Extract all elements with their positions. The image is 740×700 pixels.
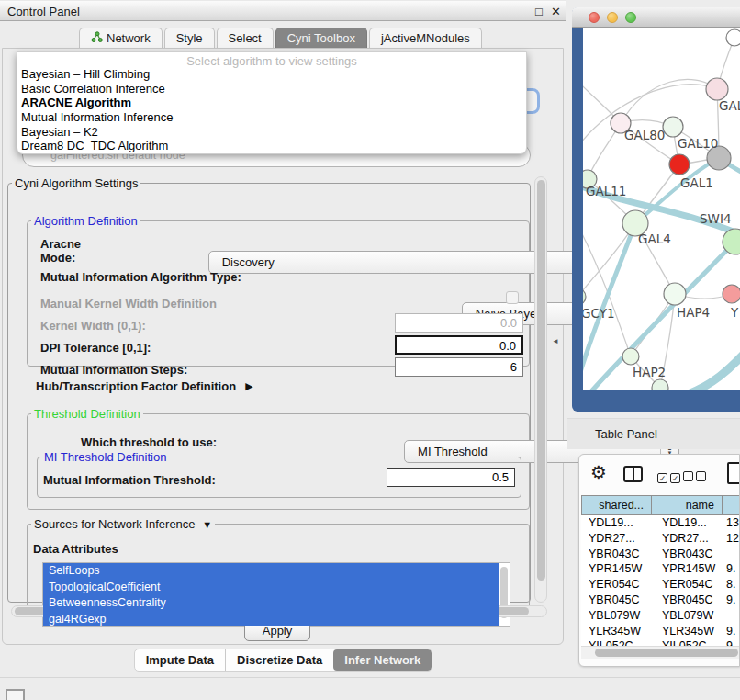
manual-kernel-width-checkbox[interactable] [506, 291, 519, 304]
table-cell: YLR345W [581, 624, 655, 639]
table-row[interactable]: YBR045CYBR045C9. [581, 593, 740, 608]
network-icon [91, 31, 103, 45]
window-bottom-divider [0, 677, 740, 678]
bottom-tab-discretize-data[interactable]: Discretize Data [225, 649, 333, 671]
table-cell: 9. [724, 593, 740, 608]
network-edge[interactable] [621, 79, 717, 123]
bottom-tab-infer-network[interactable]: Infer Network [333, 649, 432, 671]
tab-network[interactable]: Network [79, 28, 163, 48]
table-cell: YBR043C [655, 547, 724, 562]
tab-style[interactable]: Style [164, 28, 215, 48]
algorithm-definition-group: Algorithm Definition Aracne Mode: Discov… [27, 214, 530, 367]
mi-steps-field[interactable]: 6 [395, 357, 523, 377]
settings-vertical-scrollbar[interactable] [534, 176, 547, 603]
table-row[interactable]: YIL052CYIL052C9. [581, 638, 740, 646]
control-panel-titlebar: Control Panel □ ✕ [0, 0, 566, 21]
tab-select[interactable]: Select [217, 28, 274, 48]
node-label: SWI4 [700, 211, 732, 226]
table-cell [724, 608, 740, 624]
collapsed-panel-icon[interactable] [6, 689, 25, 700]
sources-for-network-inference-group: Sources for Network Inference ▼ Data Att… [27, 517, 530, 616]
table-header-row[interactable]: shared...name [581, 495, 740, 515]
table-cell: YPR145W [581, 561, 655, 577]
table-row[interactable]: YLR345WYLR345W9. [581, 624, 740, 639]
hub-definition-row[interactable]: Hub/Transcription Factor Definition ▶ [36, 374, 403, 398]
table-panel-header: Table Panel [567, 418, 740, 449]
network-canvas[interactable]: GALGAL80GAL10GAL1GAL11GAL4SWI4GCY1HAP4YH… [583, 28, 740, 390]
network-node[interactable] [669, 154, 690, 175]
algorithm-option[interactable]: ARACNE Algorithm [17, 96, 526, 110]
select-all-checkboxes-icon[interactable]: ✓✓ [657, 469, 683, 485]
tab-cyni-toolbox[interactable]: Cyni Toolbox [275, 28, 367, 48]
mi-threshold-label: Mutual Information Threshold: [43, 473, 216, 487]
network-node[interactable] [706, 78, 728, 100]
zoom-traffic-icon[interactable] [625, 12, 636, 23]
file-icon[interactable] [727, 462, 740, 484]
table-row[interactable]: YPR145WYPR145W9. [581, 561, 740, 577]
algorithm-dropdown-popup: Select algorithm to view settings Bayesi… [17, 51, 527, 154]
network-edge-highlighted[interactable] [686, 349, 740, 390]
table-cell: YDL19... [581, 515, 655, 531]
data-attributes-list[interactable]: SelfLoopsTopologicalCoefficientBetweenne… [42, 562, 510, 627]
bottom-tab-impute-data[interactable]: Impute Data [135, 649, 225, 671]
node-label: HAP4 [677, 305, 710, 320]
gear-icon[interactable]: ⚙ [590, 461, 607, 483]
column-header[interactable]: shared... [582, 496, 652, 514]
algorithm-option[interactable]: Dream8 DC_TDC Algorithm [17, 139, 526, 153]
table-row[interactable]: YBL079WYBL079W [581, 608, 740, 624]
kernel-width-field[interactable]: 0.0 [395, 313, 523, 333]
table-horizontal-scrollbar[interactable] [581, 646, 740, 659]
data-attribute-item[interactable]: TopologicalCoefficient [43, 580, 499, 596]
table-cell: YER054C [655, 577, 724, 593]
minimize-traffic-icon[interactable] [607, 12, 618, 23]
settings-group-title: Cyni Algorithm Settings [12, 176, 140, 190]
node-label: GAL10 [678, 136, 718, 151]
close-icon[interactable]: ✕ [551, 5, 561, 18]
data-attribute-item[interactable]: SelfLoops [43, 563, 499, 580]
node-label: HAP2 [633, 365, 666, 379]
table-row[interactable]: YDL19...YDL19...13 [581, 515, 740, 531]
control-panel-title: Control Panel [7, 5, 80, 18]
table-row[interactable]: YBR043CYBR043C [581, 547, 740, 562]
expanded-disclosure-icon[interactable]: ▼ [202, 519, 212, 530]
sources-group-title-row: Sources for Network Inference ▼ [31, 517, 215, 531]
table-cell: 13 [724, 515, 740, 531]
network-node[interactable] [723, 285, 740, 303]
table-row[interactable]: YDR27...YDR27...12 [581, 531, 740, 547]
close-traffic-icon[interactable] [589, 12, 600, 23]
tab-jactivemnodules[interactable]: jActiveMNodules [369, 28, 482, 48]
network-node[interactable] [583, 288, 586, 305]
dpi-tolerance-field[interactable]: 0.0 [395, 335, 523, 355]
algorithm-option[interactable]: Bayesian – K2 [17, 125, 526, 140]
data-attribute-item[interactable]: gal4RGexp [43, 612, 499, 627]
float-window-icon[interactable]: □ [535, 5, 543, 18]
table-cell: 12 [724, 531, 740, 547]
data-attribute-item[interactable]: BetweennessCentrality [43, 595, 499, 612]
network-node[interactable] [622, 348, 639, 365]
node-label: GAL80 [624, 128, 665, 142]
network-node[interactable] [726, 29, 740, 46]
algorithm-definition-title: Algorithm Definition [31, 214, 140, 228]
column-header[interactable]: name [652, 496, 723, 514]
node-label: GAL [719, 98, 740, 113]
network-window-titlebar [572, 7, 740, 28]
mi-threshold-field[interactable]: 0.5 [387, 468, 515, 487]
table-cell: 9. [724, 624, 740, 639]
table-cell: YBL079W [581, 608, 655, 624]
table-row[interactable]: YER054CYER054C8. [581, 577, 740, 593]
table-cell: YDR27... [581, 531, 655, 547]
table-body[interactable]: YDL19...YDL19...13YDR27...YDR27...12YBR0… [581, 515, 740, 646]
network-node[interactable] [664, 283, 686, 305]
algorithm-option[interactable]: Mutual Information Inference [17, 110, 526, 125]
deselect-checkboxes-icon[interactable] [683, 469, 709, 485]
columns-icon[interactable] [623, 466, 643, 482]
network-node[interactable] [652, 379, 668, 390]
algorithm-option[interactable]: Basic Correlation Inference [17, 82, 526, 96]
network-node[interactable] [663, 117, 683, 137]
collapsed-disclosure-icon[interactable]: ▶ [245, 380, 252, 392]
algorithm-option[interactable]: Bayesian – Hill Climbing [17, 67, 526, 82]
column-header[interactable] [723, 496, 740, 514]
splitter-collapse-icon[interactable]: ◄ [552, 337, 559, 345]
table-cell: YLR345W [655, 624, 724, 639]
unchecked-checkbox-icon [683, 471, 693, 481]
